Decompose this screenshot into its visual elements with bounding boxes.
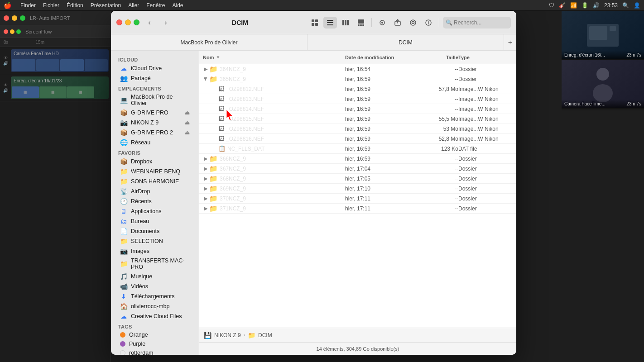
sidebar-item-gdrive-pro[interactable]: 📦 G-DRIVE PRO ⏏ [113, 108, 197, 118]
add-column-button[interactable]: + [504, 34, 516, 50]
table-row[interactable]: ▶ 🖼 _OZ98814.NEF hier, 16:59 -- Image...… [199, 104, 516, 114]
sidebar-item-images[interactable]: 📷 Images [113, 246, 197, 256]
screenflow-bar: ScreenFlow [0, 25, 111, 38]
share-btn[interactable] [391, 17, 404, 29]
expand-arrow-icon[interactable]: ▶ [203, 166, 209, 172]
sidebar-item-nikon[interactable]: 📷 NIKON Z 9 ⏏ [113, 118, 197, 128]
col-name-label: Nom [203, 55, 214, 60]
table-row[interactable]: ▶ 🖼 _OZ98816.NEF hier, 16:59 52,8 Mo Ima… [199, 134, 516, 144]
col-header-date[interactable]: Date de modification [345, 55, 418, 60]
table-row[interactable]: ▶ 📁 369NCZ_9 hier, 17:10 -- Dossier [199, 184, 516, 194]
sidebar-item-icloud-drive[interactable]: ☁ iCloud Drive [113, 63, 197, 73]
table-row[interactable]: ▶ 📁 368NCZ_9 hier, 17:05 -- Dossier [199, 174, 516, 184]
column-dcim[interactable]: DCIM [308, 34, 504, 50]
col-header-name[interactable]: Nom ▼ [203, 55, 345, 60]
sidebar-tag-rotterdam[interactable]: rotterdam [113, 348, 197, 355]
menu-aller[interactable]: Aller [128, 2, 139, 9]
tag-btn[interactable] [406, 17, 420, 29]
sidebar-item-webinaire[interactable]: 📁 WEBINAIRE BENQ [113, 167, 197, 176]
path-nikon-label[interactable]: NIKON Z 9 [214, 332, 241, 338]
sidebar-item-olivierrocq[interactable]: 🏠 olivierrocq-mbp [113, 301, 197, 311]
menu-aide[interactable]: Aide [173, 2, 183, 9]
menu-spotlight-icon[interactable]: 🔍 [622, 2, 629, 9]
menu-fichier[interactable]: Fichier [43, 2, 59, 9]
view-list-btn[interactable] [323, 17, 337, 29]
actions-btn[interactable] [375, 17, 389, 29]
editor-close-button[interactable] [4, 15, 9, 21]
table-row[interactable]: ▶ 🖼 _OZ98816.NEF hier, 16:59 53 Mo Image… [199, 124, 516, 134]
sidebar-item-documents[interactable]: 📄 Documents [113, 226, 197, 236]
telechargements-icon: ⬇ [120, 293, 127, 300]
sf-minimize[interactable] [10, 29, 14, 34]
video-thumb-facetime[interactable]: Caméra FaceTime... 23m 7s [562, 60, 644, 109]
menu-user-icon[interactable]: 👤 [634, 2, 640, 9]
table-row[interactable]: ▶ 📋 NC_FLLS_DAT hier, 16:59 123 Ko DAT f… [199, 144, 516, 154]
menu-presentation[interactable]: Présentation [91, 2, 121, 9]
sidebar-item-applications[interactable]: 🖥 Applications [113, 206, 197, 216]
gdrive-pro-eject[interactable]: ⏏ [185, 110, 190, 116]
sf-close[interactable] [4, 29, 8, 34]
table-row[interactable]: ▶ 🖼 _OZ98815.NEF hier, 16:59 55,5 Mo Ima… [199, 114, 516, 124]
finder-back-button[interactable]: ‹ [143, 16, 156, 29]
sidebar-item-bureau[interactable]: 🗂 Bureau [113, 216, 197, 226]
menu-finder[interactable]: Finder [20, 2, 36, 9]
sidebar-item-sons[interactable]: 📁 SONS HARMONIE [113, 176, 197, 186]
table-row[interactable]: ▶ 🖼 _OZ98813.NEF hier, 16:59 -- Image...… [199, 94, 516, 104]
clip-screenrecord[interactable]: Enreg. d'écran 16/01/23 ▦ ▦ ▦ [11, 76, 109, 99]
sidebar-item-recents[interactable]: 🕐 Récents [113, 196, 197, 206]
video-thumb-screenrecord[interactable]: Enreg. d'écran 16/... 23m 7s [562, 11, 644, 60]
finder-maximize-button[interactable] [134, 19, 139, 25]
menu-edition[interactable]: Édition [67, 2, 83, 9]
expand-arrow-icon[interactable]: ▶ [203, 156, 209, 162]
sidebar-item-telechargements[interactable]: ⬇ Téléchargements [113, 291, 197, 301]
column-macbook[interactable]: MacBook Pro de Olivier [111, 34, 308, 50]
finder-forward-button[interactable]: › [159, 16, 172, 29]
table-row[interactable]: ▶ 📁 371NCZ_9 hier, 17:11 -- Dossier [199, 204, 516, 214]
creative-cloud-icon: ☁ [120, 313, 127, 320]
table-row[interactable]: ▶ 📁 364NCZ_9 hier, 16:54 -- Dossier [199, 64, 516, 74]
menu-fenetre[interactable]: Fenêtre [146, 2, 165, 9]
table-row[interactable]: ▶ 📁 365NCZ_9 hier, 16:59 -- Dossier [199, 74, 516, 84]
view-gallery-btn[interactable] [354, 17, 368, 29]
expand-arrow-icon[interactable]: ▶ [203, 66, 209, 72]
sidebar-item-airdrop[interactable]: 📡 AirDrop [113, 186, 197, 196]
sidebar-item-creative-cloud[interactable]: ☁ Creative Cloud Files [113, 311, 197, 321]
editor-maximize-button[interactable] [20, 15, 25, 21]
expand-arrow-icon[interactable]: ▶ [203, 176, 209, 182]
apple-menu-icon[interactable]: 🍎 [4, 2, 11, 9]
sidebar-tag-orange[interactable]: Orange [113, 330, 197, 339]
table-row[interactable]: ▶ 📁 367NCZ_9 hier, 17:04 -- Dossier [199, 164, 516, 174]
info-btn[interactable]: i [422, 17, 435, 29]
table-row[interactable]: ▶ 📁 366NCZ_9 hier, 16:59 -- Dossier [199, 154, 516, 164]
path-dcim-label[interactable]: DCIM [258, 332, 272, 338]
editor-minimize-button[interactable] [12, 15, 17, 21]
finder-minimize-button[interactable] [125, 19, 131, 25]
col-header-size[interactable]: Taille [418, 55, 458, 60]
col-header-type[interactable]: Type [458, 55, 513, 60]
clip-facetime[interactable]: Caméra FaceTime HD [11, 49, 109, 72]
table-row[interactable]: ▶ 🖼 _OZ98812.NEF hier, 16:59 57,8 Mo Ima… [199, 84, 516, 94]
expand-arrow-icon[interactable]: ▶ [203, 195, 209, 202]
expand-arrow-icon[interactable]: ▶ [203, 76, 209, 82]
sidebar-item-macbook[interactable]: 💻 MacBook Pro de Olivier [113, 92, 197, 108]
sidebar-item-gdrive-pro2[interactable]: 📦 G-DRIVE PRO 2 ⏏ [113, 128, 197, 138]
table-row[interactable]: ▶ 📁 370NCZ_9 hier, 17:11 -- Dossier [199, 194, 516, 204]
sidebar-item-selection[interactable]: 📁 SELECTION [113, 236, 197, 246]
nikon-eject[interactable]: ⏏ [185, 119, 190, 126]
sidebar-item-videos[interactable]: 📹 Vidéos [113, 281, 197, 291]
menu-icon-2: 🎸 [559, 2, 566, 9]
sidebar-item-reseau[interactable]: 🌐 Réseau [113, 138, 197, 148]
expand-arrow-icon[interactable]: ▶ [203, 205, 209, 212]
sidebar-item-musique[interactable]: 🎵 Musique [113, 272, 197, 281]
view-column-btn[interactable] [339, 17, 352, 29]
finder-search-input[interactable] [443, 17, 511, 29]
finder-close-button[interactable] [116, 19, 122, 25]
sf-maximize[interactable] [16, 29, 21, 34]
view-icon-btn[interactable] [308, 17, 322, 29]
sidebar-item-dropbox[interactable]: 📦 Dropbox [113, 157, 197, 167]
sidebar-item-partage[interactable]: 👥 Partagé [113, 73, 197, 83]
gdrive-pro2-eject[interactable]: ⏏ [185, 129, 190, 136]
sidebar-tag-purple[interactable]: Purple [113, 339, 197, 348]
sidebar-item-transferts[interactable]: 📁 TRANSFERTS MAC-PRO [113, 256, 197, 272]
expand-arrow-icon[interactable]: ▶ [203, 186, 209, 192]
